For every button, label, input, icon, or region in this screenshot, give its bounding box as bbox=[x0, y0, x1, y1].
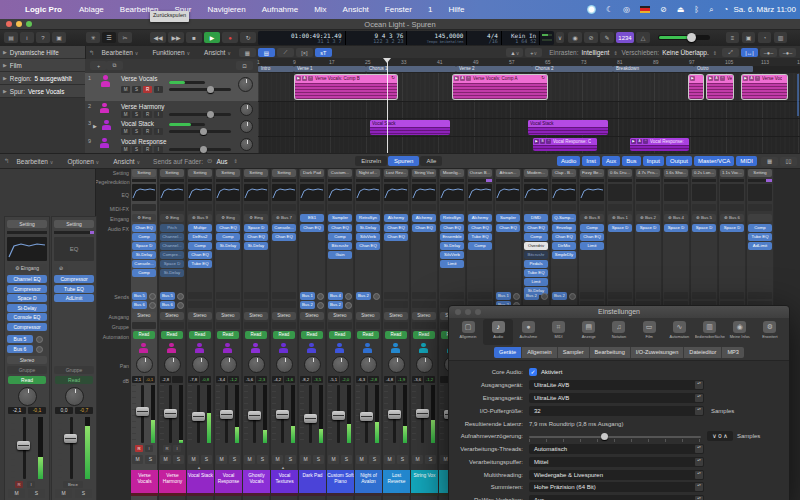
audio-fx-slot[interactable]: Chan EQ bbox=[580, 233, 604, 241]
strip-automation-read[interactable]: Read bbox=[55, 376, 93, 384]
send-slot-empty[interactable] bbox=[636, 292, 660, 299]
strip-fader-thumb[interactable] bbox=[17, 441, 30, 450]
filter-audio[interactable]: Audio bbox=[557, 156, 580, 166]
cmd-tool-menu[interactable]: + ∨ bbox=[525, 48, 542, 57]
settings-stepper[interactable]: ∨ 0 ∧ bbox=[707, 431, 733, 441]
send-slot-empty[interactable] bbox=[720, 292, 744, 299]
send-knob[interactable] bbox=[177, 302, 184, 309]
audio-fx-slot[interactable]: Pedals bbox=[524, 260, 548, 268]
audio-fx-slot[interactable]: Limit bbox=[524, 278, 548, 286]
strip-automation-read[interactable]: Read bbox=[8, 376, 46, 384]
region-chip-▶[interactable]: ▶ bbox=[454, 76, 459, 81]
audio-fx-slot[interactable]: Multipr bbox=[188, 224, 212, 232]
strip-mute-button[interactable]: M bbox=[55, 489, 72, 498]
channel-eq-thumbnail[interactable] bbox=[664, 184, 688, 201]
lcd-display[interactable]: 01:00:49:21.4931 1 3 79 4 3 76122 3 2 23… bbox=[258, 31, 554, 45]
strip-bounce-button[interactable]: Bnce bbox=[63, 481, 83, 488]
audio-fx-slot[interactable]: Bitcrushr bbox=[328, 242, 352, 250]
send-knob[interactable] bbox=[373, 293, 380, 300]
channel-name[interactable]: Vocal Response bbox=[215, 470, 242, 496]
group-slot[interactable] bbox=[160, 322, 184, 329]
cycle-button[interactable]: ↻ bbox=[240, 32, 256, 43]
track-pan-knob[interactable] bbox=[238, 77, 253, 92]
send-knob[interactable] bbox=[569, 293, 576, 300]
settings-popup[interactable]: UltraLite AVB▴▾ bbox=[529, 380, 704, 390]
mute-button[interactable]: M bbox=[328, 455, 339, 464]
pan-knob[interactable] bbox=[136, 356, 153, 373]
inspector-panel-row[interactable]: ▶Dynamische Hilfe bbox=[0, 46, 85, 59]
channel-eq-thumbnail[interactable] bbox=[720, 184, 744, 201]
channel-name[interactable]: Verse Vocals bbox=[131, 470, 158, 496]
fader-thumb[interactable] bbox=[304, 414, 317, 423]
play-button[interactable]: ▶ bbox=[204, 32, 220, 43]
settings-tab-allgemein[interactable]: Allgemein bbox=[522, 347, 558, 358]
midi-fx-slot[interactable] bbox=[692, 204, 716, 211]
pan-knob[interactable] bbox=[332, 356, 349, 373]
region-vocal-stack[interactable]: Vocal Stack bbox=[370, 120, 450, 135]
settings-slider[interactable] bbox=[529, 436, 701, 438]
strip-pan-knob[interactable] bbox=[18, 387, 37, 406]
channel-input[interactable]: Alchemy bbox=[384, 214, 408, 222]
pan-knob[interactable] bbox=[248, 356, 265, 373]
send-slot[interactable]: Bus 2 bbox=[356, 292, 371, 300]
strip-mute-button[interactable]: M bbox=[8, 489, 25, 498]
fader-thumb[interactable] bbox=[220, 410, 233, 419]
channel-name[interactable]: Dark Pad bbox=[299, 470, 326, 496]
audio-fx-slot[interactable]: Tube EQ bbox=[748, 233, 772, 241]
lcd-section[interactable]: 9 4 3 76122 3 2 23 bbox=[346, 31, 408, 45]
channel-name[interactable]: Custom Soft Piano bbox=[327, 470, 354, 496]
settings-popup[interactable]: Automatisch▴▾ bbox=[529, 444, 704, 454]
channel-input[interactable]: DMD bbox=[524, 214, 548, 222]
send-slot-empty[interactable] bbox=[664, 292, 688, 299]
channel-eq-thumbnail[interactable] bbox=[300, 184, 324, 201]
send-knob[interactable] bbox=[541, 293, 548, 300]
strip-monitor-button[interactable]: I bbox=[27, 481, 35, 488]
disclosure-icon[interactable]: ▶ bbox=[3, 49, 7, 55]
audio-fx-slot[interactable]: Gain bbox=[328, 251, 352, 259]
fader-thumb[interactable] bbox=[416, 409, 429, 418]
i-button[interactable]: I bbox=[154, 86, 163, 93]
audio-fx-slot[interactable]: Compre... bbox=[160, 251, 184, 259]
mixer-dual-icon[interactable]: ▯▯ bbox=[780, 157, 797, 166]
channel-input[interactable] bbox=[748, 214, 772, 222]
automation-read-button[interactable]: Read bbox=[357, 331, 379, 339]
settings-toolbar-aufnahme[interactable]: ●Aufnahme bbox=[513, 319, 543, 345]
region-chip-A[interactable]: A bbox=[302, 76, 307, 81]
channel-eq-thumbnail[interactable] bbox=[160, 184, 184, 201]
channel-fader[interactable] bbox=[300, 385, 324, 443]
mute-button[interactable]: M bbox=[132, 455, 143, 464]
inspector-panel-row[interactable]: ▶Spur:Verse Vocals bbox=[0, 85, 85, 98]
send-slot-empty[interactable] bbox=[580, 292, 604, 299]
audio-fx-slot[interactable]: Chan EQ bbox=[552, 233, 576, 241]
channel-eq-thumbnail[interactable] bbox=[580, 184, 604, 201]
settings-popup[interactable]: Mittel▴▾ bbox=[529, 457, 704, 467]
audio-fx-slot[interactable]: Chan EQ bbox=[272, 233, 296, 241]
send-slot[interactable]: Bus 2 bbox=[524, 292, 539, 300]
region-chip-▶[interactable]: ▶ bbox=[708, 76, 713, 81]
channel-input[interactable]: ⊕ Bus 9 bbox=[188, 214, 212, 222]
fader-thumb[interactable] bbox=[332, 411, 345, 420]
channel-eq-thumbnail[interactable] bbox=[132, 184, 156, 201]
audio-fx-slot[interactable]: Chan EQ bbox=[216, 224, 240, 232]
group-slot[interactable] bbox=[132, 322, 156, 329]
strip-eq-thumbnail[interactable]: EQ bbox=[54, 237, 94, 261]
midi-fx-slot[interactable] bbox=[188, 204, 212, 211]
send-slot-empty[interactable] bbox=[216, 292, 240, 299]
audio-fx-slot[interactable]: Comp bbox=[328, 233, 352, 241]
audio-fx-slot[interactable]: Chan EQ bbox=[496, 224, 520, 232]
channel-eq-thumbnail[interactable] bbox=[636, 184, 660, 201]
record-enable-button[interactable]: R bbox=[135, 445, 143, 452]
settings-toolbar-bedienoberflchen[interactable]: ▥Bedienoberflächen bbox=[695, 319, 725, 345]
playhead-handle[interactable] bbox=[383, 58, 391, 67]
audio-fx-slot[interactable]: Space D bbox=[636, 224, 660, 232]
audio-fx-slot[interactable]: Space D bbox=[664, 224, 688, 232]
fader-thumb[interactable] bbox=[360, 412, 373, 421]
fader-thumb[interactable] bbox=[388, 410, 401, 419]
automation-read-button[interactable]: Read bbox=[273, 331, 295, 339]
menu-item-navigieren[interactable]: Navigieren bbox=[207, 5, 245, 14]
channel-eq-thumbnail[interactable] bbox=[272, 184, 296, 201]
menu-item-fenster[interactable]: Fenster bbox=[385, 5, 412, 14]
add-track-button[interactable]: + bbox=[90, 61, 107, 70]
channel-setting-button[interactable]: Clap - B... bbox=[552, 169, 576, 177]
sends-on-fader-value[interactable]: Aus bbox=[216, 158, 227, 165]
